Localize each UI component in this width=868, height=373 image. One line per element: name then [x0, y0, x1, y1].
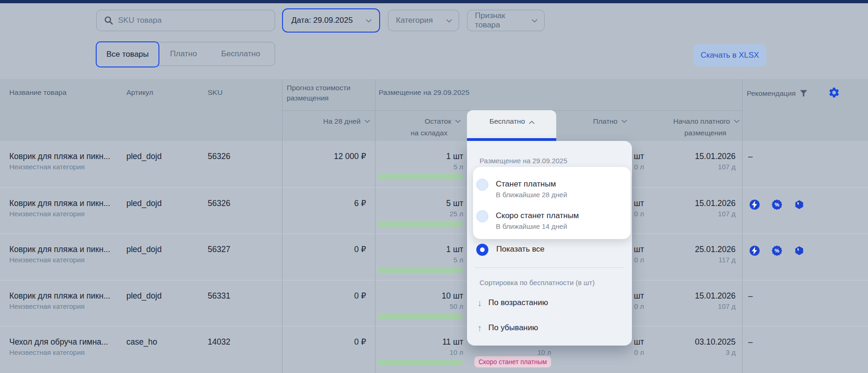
table-row: Чехол для обруча гимна...Неизвестная кат…: [0, 326, 868, 373]
col-header-article: Артикул: [126, 88, 153, 97]
recommendation-empty: –: [748, 337, 753, 347]
dropdown-divider: [475, 267, 624, 268]
product-article: pled_dojd: [126, 244, 162, 254]
sort-free-dropdown-open[interactable]: Бесплатно: [467, 110, 556, 141]
percent-icon[interactable]: %: [771, 199, 783, 210]
table-row: Коврик для пляжа и пикн...Неизвестная ка…: [0, 233, 868, 280]
product-category: Неизвестная категория: [9, 255, 85, 264]
download-xlsx-button[interactable]: Скачать в XLSX: [693, 44, 766, 67]
stock-volume: 5 л: [375, 162, 463, 171]
stock-capacity-bar: [377, 360, 463, 366]
option-show-all[interactable]: Показать все: [476, 244, 623, 257]
percent-icon[interactable]: %: [771, 245, 783, 256]
paid-start-date: 15.01.2026: [647, 151, 736, 161]
product-name: Коврик для пляжа и пикн...: [9, 151, 110, 161]
stock-qty: 1 шт: [375, 151, 463, 161]
sort-descending[interactable]: ↑ По убыванию: [477, 323, 538, 333]
table-row: Коврик для пляжа и пикн...Неизвестная ка…: [0, 280, 868, 326]
paid-start-date: 15.01.2026: [647, 291, 736, 301]
table-settings-button[interactable]: [828, 87, 840, 99]
dropdown-title: Размещение на 29.09.2025: [480, 157, 567, 165]
stock-capacity-bar: [377, 313, 463, 320]
recommendation-empty: –: [748, 291, 753, 301]
radio-icon[interactable]: [476, 210, 488, 222]
tab-paid[interactable]: Платно: [160, 42, 207, 65]
col-header-forecast-line1: Прогноз стоимости: [287, 83, 350, 93]
stock-capacity-bar: [377, 267, 463, 273]
product-category: Неизвестная категория: [9, 302, 85, 311]
chevron-down-icon: [446, 17, 452, 23]
stock-volume: 10 л: [375, 348, 463, 357]
forecast-value: 0 ₽: [287, 337, 366, 347]
paid-start-days: 107 д: [647, 302, 736, 311]
lightning-icon[interactable]: [749, 245, 760, 256]
stock-volume: 50 л: [375, 302, 463, 311]
radio-checked-icon[interactable]: [476, 244, 488, 256]
recommendation-icons: %: [749, 199, 805, 210]
product-article: pled_dojd: [126, 151, 162, 161]
col-header-name: Название товара: [9, 88, 66, 97]
sort-section-title: Сортировка по бесплатности (в шт): [480, 279, 595, 287]
tab-all-products[interactable]: Все товары: [96, 41, 159, 67]
free-volume: 10 л: [467, 348, 551, 357]
stock-volume: 5 л: [375, 255, 463, 264]
col-header-sku: SKU: [208, 88, 223, 97]
arrow-down-icon: ↓: [477, 298, 482, 307]
svg-text:%: %: [775, 248, 779, 253]
dropdown-options-card: Станет платным В ближайшие 28 дней Скоро…: [473, 167, 631, 239]
product-name: Коврик для пляжа и пикн...: [9, 198, 110, 208]
search-icon: [104, 16, 113, 25]
paid-start-days: 3 д: [647, 348, 736, 357]
lightning-icon[interactable]: [749, 199, 760, 210]
product-article: pled_dojd: [126, 291, 162, 301]
sku-search-field[interactable]: [96, 10, 275, 31]
chevron-down-icon: [621, 117, 627, 123]
col-header-placement: Размещение на 29.09.2025: [379, 88, 469, 97]
paid-start-days: 107 д: [647, 209, 736, 218]
box-icon[interactable]: [794, 245, 805, 256]
product-sku: 56326: [208, 198, 230, 208]
filter-funnel-icon[interactable]: [800, 90, 808, 97]
option-soon-becomes-paid[interactable]: Скоро станет платным В ближайшие 14 дней: [473, 210, 631, 231]
date-filter-value: Дата: 29.09.2025: [291, 16, 353, 25]
sort-days28[interactable]: На 28 дней: [287, 115, 369, 127]
chevron-down-icon: [364, 117, 370, 123]
product-sku: 56326: [208, 151, 230, 161]
product-category: Неизвестная категория: [9, 348, 85, 357]
sort-paid[interactable]: Платно: [556, 115, 626, 127]
paid-volume: 0 л: [556, 348, 644, 357]
window-top-strip: [0, 0, 868, 3]
paid-start-date: 15.01.2026: [647, 198, 736, 208]
category-filter-label: Категория: [396, 16, 433, 25]
stock-qty: 1 шт: [375, 244, 463, 254]
chevron-down-icon: [366, 17, 372, 23]
product-article: pled_dojd: [126, 198, 162, 208]
tab-free[interactable]: Бесплатно: [207, 42, 275, 65]
column-divider: [375, 79, 375, 373]
box-icon[interactable]: [794, 199, 805, 210]
radio-icon[interactable]: [476, 179, 488, 191]
product-article: case_ho: [126, 337, 157, 347]
date-filter-dropdown[interactable]: Дата: 29.09.2025: [282, 8, 380, 33]
category-filter-dropdown[interactable]: Категория: [388, 10, 459, 31]
forecast-value: 6 ₽: [287, 198, 366, 208]
option-becomes-paid[interactable]: Станет платным В ближайшие 28 дней: [473, 178, 631, 200]
chevron-up-icon: [529, 120, 535, 127]
table-row: Коврик для пляжа и пикн...Неизвестная ка…: [0, 187, 868, 233]
product-sku: 56331: [208, 291, 230, 301]
search-input[interactable]: [118, 16, 267, 25]
table-header: Название товара Артикул SKU Прогноз стои…: [0, 79, 868, 141]
attribute-filter-dropdown[interactable]: Признак товара: [467, 10, 545, 31]
stock-capacity-bar: [377, 221, 463, 227]
sort-paid-start[interactable]: Начало платного размещения: [647, 115, 739, 139]
stock-qty: 11 шт: [375, 337, 463, 347]
attribute-filter-label: Признак товара: [475, 11, 528, 30]
sort-ascending[interactable]: ↓ По возрастанию: [477, 298, 548, 307]
stock-qty: 5 шт: [375, 198, 463, 208]
product-category: Неизвестная категория: [9, 162, 85, 171]
recommendation-label: Рекомендация: [747, 89, 796, 98]
forecast-value: 0 ₽: [287, 291, 366, 301]
product-name: Коврик для пляжа и пикн...: [9, 244, 110, 254]
sort-stock[interactable]: Остаток на складах: [375, 115, 460, 139]
product-name: Чехол для обруча гимна...: [9, 337, 108, 347]
